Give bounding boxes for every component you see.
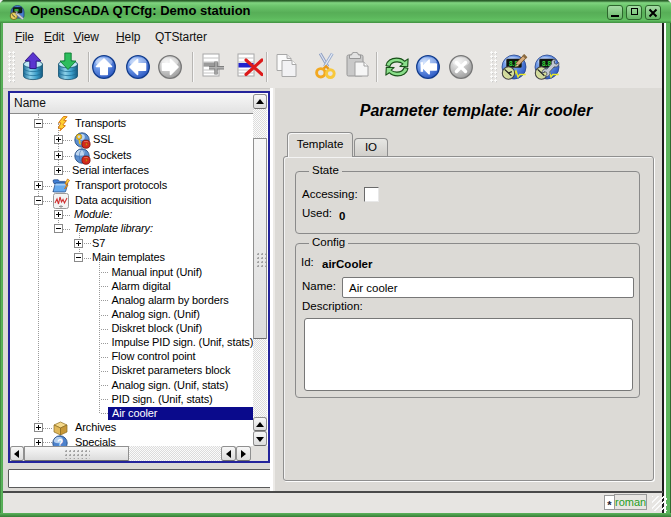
svg-text:?: ? [57,438,63,447]
